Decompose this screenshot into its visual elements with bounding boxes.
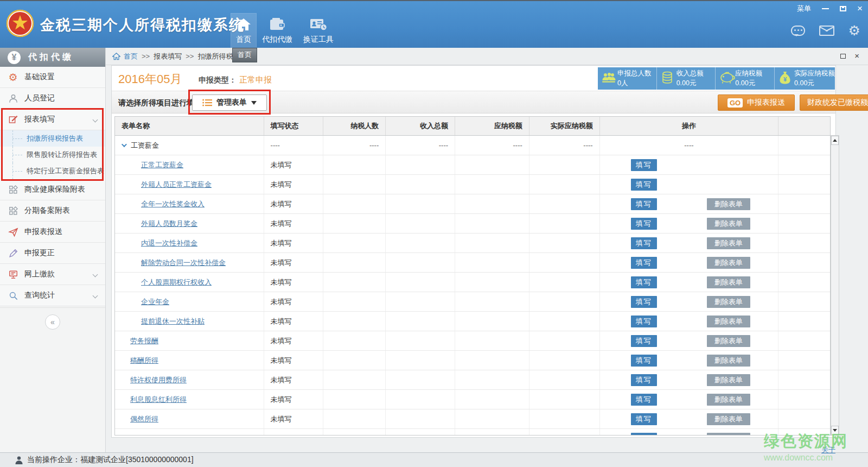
- fill-button[interactable]: 填写: [631, 413, 657, 425]
- form-name-link[interactable]: 全年一次性奖金收入: [141, 199, 205, 209]
- delete-form-button[interactable]: 删除表单: [707, 394, 750, 406]
- scroll-down-button[interactable]: [831, 426, 839, 435]
- settings-gear-icon[interactable]: ⚙: [848, 24, 860, 37]
- data-cell: ----: [323, 136, 386, 155]
- about-link[interactable]: 关于: [821, 445, 835, 455]
- fill-button[interactable]: 填写: [631, 218, 657, 230]
- delete-form-button[interactable]: 删除表单: [707, 355, 750, 367]
- sidebar-item-report-filling[interactable]: 报表填写: [0, 109, 105, 130]
- form-name-link[interactable]: 特许权使用费所得: [130, 375, 187, 385]
- delete-form-button[interactable]: 删除表单: [707, 218, 750, 230]
- minimize-icon[interactable]: [822, 8, 829, 9]
- sidebar-item-personnel-register[interactable]: 人员登记: [0, 88, 105, 109]
- form-name-link[interactable]: 稿酬所得: [130, 356, 158, 365]
- breadcrumb-item-report-filling[interactable]: 报表填写: [154, 52, 182, 61]
- table-row: 解除劳动合同一次性补偿金未填写填写删除表单: [115, 253, 830, 273]
- fill-status-cell: 未填写: [264, 409, 324, 428]
- form-name-link[interactable]: 劳务报酬: [130, 336, 158, 346]
- form-name-cell: 提前退休一次性补贴: [115, 312, 264, 331]
- delete-form-button[interactable]: 删除表单: [707, 198, 750, 210]
- form-name-link[interactable]: 外籍人员数月奖金: [141, 219, 197, 229]
- finance-paid-tax-button[interactable]: 财政统发已缴税额: [800, 94, 868, 111]
- menu-button[interactable]: 菜单: [797, 4, 811, 14]
- sidebar-subitem-special-industry-salary-report[interactable]: 特定行业工资薪金报告表: [0, 163, 105, 179]
- form-name-link[interactable]: 企业年金: [141, 297, 169, 307]
- panel-controls: ×: [840, 53, 859, 59]
- form-name-link[interactable]: 正常工资薪金: [141, 160, 183, 170]
- panel-close-icon[interactable]: ×: [854, 53, 859, 59]
- form-name-link[interactable]: 利息股息红利所得: [130, 395, 187, 405]
- svg-text:¥: ¥: [783, 76, 787, 83]
- delete-form-button[interactable]: 删除表单: [707, 276, 750, 288]
- id-card-icon: [310, 16, 327, 32]
- chevron-down-icon[interactable]: [122, 142, 127, 147]
- form-name-cell: 特许权使用费所得: [115, 370, 264, 389]
- sidebar-item-health-insurance-schedule[interactable]: 商业健康保险附表: [0, 179, 105, 200]
- form-name-link[interactable]: 外籍人员正常工资薪金: [141, 180, 212, 190]
- restore-icon[interactable]: [840, 6, 846, 11]
- manage-forms-button[interactable]: 管理表单: [192, 94, 267, 111]
- sidebar-item-online-payment[interactable]: 网上缴款: [0, 264, 105, 285]
- fill-button[interactable]: 填写: [631, 374, 657, 386]
- coins-icon: [661, 71, 675, 86]
- form-name-link[interactable]: 内退一次性补偿金: [141, 238, 197, 248]
- sidebar-item-installment-filing-schedule[interactable]: 分期备案附表: [0, 200, 105, 222]
- data-cell: [529, 312, 600, 331]
- fill-button[interactable]: 填写: [631, 179, 657, 191]
- sidebar-item-basic-settings[interactable]: ⚙基础设置: [0, 67, 105, 88]
- fill-button[interactable]: 填写: [631, 315, 657, 327]
- delete-form-button[interactable]: 删除表单: [707, 315, 750, 327]
- top-nav-withholding[interactable]: 代扣代缴: [257, 13, 298, 49]
- fill-button[interactable]: 填写: [631, 276, 657, 288]
- data-cell: [386, 409, 455, 428]
- data-cell: ----: [264, 136, 324, 155]
- form-name-link[interactable]: 个人股票期权行权收入: [141, 277, 212, 287]
- data-cell: [386, 234, 455, 253]
- form-name-link[interactable]: 其他所得: [130, 434, 158, 436]
- top-nav-home[interactable]: 首页: [231, 13, 257, 49]
- mail-icon[interactable]: [819, 26, 834, 36]
- delete-form-button[interactable]: 删除表单: [707, 296, 750, 308]
- pencil-icon: [7, 248, 19, 258]
- top-nav-cert-tool[interactable]: 换证工具: [298, 13, 339, 49]
- scroll-up-button[interactable]: [831, 136, 839, 145]
- delete-form-button[interactable]: 删除表单: [707, 335, 750, 347]
- people-icon: [602, 72, 616, 86]
- sidebar-subitem-withholding-tax-report[interactable]: 扣缴所得税报告表: [0, 130, 105, 147]
- collapse-sidebar-button[interactable]: «: [45, 314, 60, 330]
- sidebar-item-query-statistics[interactable]: 查询统计: [0, 285, 105, 306]
- fill-button[interactable]: 填写: [631, 355, 657, 367]
- breadcrumb-home-link[interactable]: 首页: [124, 52, 138, 61]
- fill-button[interactable]: 填写: [631, 237, 657, 249]
- form-name-link[interactable]: 解除劳动合同一次性补偿金: [141, 258, 226, 268]
- delete-form-button[interactable]: 删除表单: [707, 257, 750, 269]
- sidebar-item-label: 申报更正: [24, 248, 55, 258]
- fill-status-cell: 未填写: [264, 214, 324, 233]
- submit-declaration-button[interactable]: GO 申报表报送: [718, 94, 795, 111]
- fill-button[interactable]: 填写: [631, 296, 657, 308]
- empty-cell: [778, 409, 830, 428]
- panel-maximize-icon[interactable]: [840, 54, 846, 59]
- delete-form-button[interactable]: 删除表单: [707, 374, 750, 386]
- close-icon[interactable]: ×: [857, 5, 863, 12]
- vertical-scrollbar[interactable]: [831, 135, 839, 436]
- fill-button[interactable]: 填写: [631, 335, 657, 347]
- fill-button[interactable]: 填写: [631, 198, 657, 210]
- fill-button[interactable]: 填写: [631, 394, 657, 406]
- fill-button[interactable]: 填写: [631, 159, 657, 171]
- form-name-link[interactable]: 偶然所得: [130, 414, 158, 424]
- data-cell: [323, 331, 386, 350]
- sidebar-item-declaration-submit[interactable]: 申报表报送: [0, 222, 105, 243]
- column-header: 填写状态: [264, 117, 324, 135]
- form-name-link[interactable]: 提前退休一次性补贴: [141, 317, 205, 326]
- delete-form-button[interactable]: 删除表单: [707, 237, 750, 249]
- message-icon[interactable]: [791, 26, 805, 36]
- fill-button[interactable]: 填写: [631, 257, 657, 269]
- delete-form-button[interactable]: 删除表单: [707, 413, 750, 425]
- fill-button[interactable]: 填写: [631, 433, 657, 436]
- delete-form-button[interactable]: 删除表单: [707, 433, 750, 436]
- table-row: 个人股票期权行权收入未填写填写删除表单: [115, 273, 830, 292]
- sidebar-subitem-restricted-stock-report[interactable]: 限售股转让所得报告表: [0, 147, 105, 163]
- sidebar-item-declaration-correct[interactable]: 申报更正: [0, 243, 105, 264]
- operation-cell: 填写删除表单: [600, 234, 778, 253]
